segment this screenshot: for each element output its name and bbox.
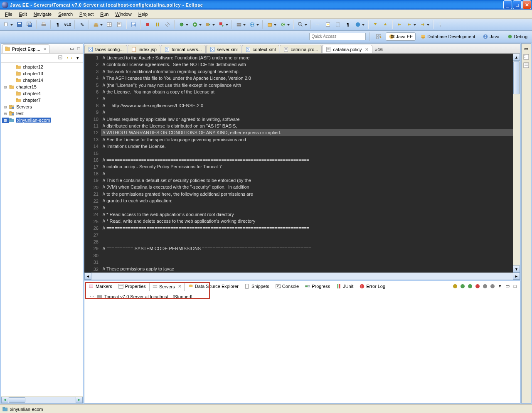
- menu-window[interactable]: Window: [112, 11, 135, 17]
- print-button[interactable]: [39, 20, 48, 29]
- quick-access-input[interactable]: [309, 33, 366, 40]
- perspective-java[interactable]: JJava: [480, 32, 502, 41]
- table-button[interactable]: [105, 20, 114, 29]
- bottom-tab-snippets[interactable]: Snippets: [242, 282, 272, 290]
- editor-tab-tomcat-users-[interactable]: Xtomcat-users...: [161, 45, 206, 54]
- search-button[interactable]: [296, 20, 305, 29]
- prev-annotation-button[interactable]: [381, 20, 390, 29]
- bottom-tab-servers[interactable]: Servers✕: [149, 282, 185, 291]
- collapse-all-button[interactable]: [58, 55, 64, 61]
- tree-item-xinyunlian-ecom[interactable]: ⊞xinyunlian-ecom: [2, 117, 82, 123]
- editor-tab-faces-config-[interactable]: Xfaces-config...: [84, 45, 127, 54]
- menu-edit[interactable]: Edit: [16, 11, 30, 17]
- project-tree[interactable]: chapter12chapter13chapter14⊞chapter15cha…: [1, 63, 83, 396]
- project-explorer-tab[interactable]: Project Expl... ✕: [2, 44, 49, 53]
- tree-item-chapter13[interactable]: chapter13: [2, 70, 82, 77]
- new-package-button[interactable]: [265, 20, 274, 29]
- bottom-tab-properties[interactable]: Properties: [116, 282, 148, 290]
- bottom-tab-error-log[interactable]: !Error Log: [357, 282, 388, 290]
- bottom-tab-console[interactable]: >_Console: [273, 282, 301, 290]
- next-annotation-button[interactable]: [371, 20, 380, 29]
- server-entry[interactable]: ⋯ Tomcat v7.0 Server at localhost [Stopp…: [88, 293, 517, 300]
- last-edit-button[interactable]: [395, 20, 404, 29]
- save-button[interactable]: [15, 20, 24, 29]
- vertical-scrollbar[interactable]: ▲ ▼: [513, 54, 520, 273]
- tasklist-icon[interactable]: [523, 62, 530, 69]
- server-stop-icon[interactable]: [474, 283, 481, 290]
- whitespace-button[interactable]: ¶: [53, 20, 62, 29]
- skip-button[interactable]: [163, 20, 172, 29]
- menu-search[interactable]: Search: [55, 11, 76, 17]
- close-button[interactable]: ✕: [522, 0, 531, 9]
- editor-tab-context-xml[interactable]: Xcontext.xml: [242, 45, 280, 54]
- link-editor-button[interactable]: [66, 55, 73, 61]
- outline-icon[interactable]: [523, 54, 530, 60]
- run-button[interactable]: [190, 20, 200, 29]
- perspective-java-ee[interactable]: EEJava EE: [386, 32, 416, 41]
- tree-item-chapter7[interactable]: chapter7: [2, 97, 82, 103]
- bottom-tab-progress[interactable]: Progress: [302, 282, 332, 290]
- minimize-icon[interactable]: ▭: [504, 283, 511, 290]
- server-clean-icon[interactable]: [489, 283, 496, 290]
- editor-tab-overflow[interactable]: »16: [373, 46, 385, 53]
- perspective-debug[interactable]: Debug: [504, 32, 530, 41]
- wand-button[interactable]: ✎: [77, 20, 86, 29]
- server-publish-icon[interactable]: [482, 283, 488, 290]
- editor-body[interactable]: 1234567891011121314151617181920212223242…: [84, 54, 520, 273]
- maximize-view-button[interactable]: □: [75, 45, 82, 52]
- menu-run[interactable]: Run: [97, 11, 112, 17]
- minimize-view-button[interactable]: ▭: [69, 45, 75, 52]
- menu-navigate[interactable]: Navigate: [30, 11, 55, 17]
- editor-tab-catalina-pro-[interactable]: catalina.pro...: [280, 45, 322, 54]
- close-icon[interactable]: ✕: [43, 47, 47, 52]
- horizontal-scrollbar[interactable]: ◄ ►: [1, 396, 83, 403]
- tree-item-chapter12[interactable]: chapter12: [2, 64, 82, 70]
- maximize-button[interactable]: □: [513, 0, 522, 9]
- tree-item-chapter14[interactable]: chapter14: [2, 77, 82, 84]
- save-all-button[interactable]: [25, 20, 34, 29]
- restore-button[interactable]: ▭: [523, 45, 530, 52]
- editor-tab-index-jsp[interactable]: index.jsp: [128, 45, 160, 54]
- server-debug-icon[interactable]: [459, 283, 466, 290]
- external-tools-button[interactable]: [217, 20, 226, 29]
- debug-button[interactable]: [177, 20, 186, 29]
- editor-tab-catalina-policy[interactable]: catalina.policy✕: [322, 45, 372, 54]
- server-run-icon[interactable]: [467, 283, 473, 290]
- xml-button[interactable]: xml: [129, 20, 138, 29]
- tree-item-test[interactable]: ⊞test: [2, 110, 82, 117]
- bottom-tab-junit[interactable]: JUnit: [333, 282, 356, 290]
- block-selection-button[interactable]: [333, 20, 342, 29]
- back-button[interactable]: [405, 20, 414, 29]
- run-last-button[interactable]: [204, 20, 213, 29]
- server-button[interactable]: [234, 20, 244, 29]
- forward-button[interactable]: [418, 20, 427, 29]
- open-perspective-button[interactable]: +: [374, 32, 383, 41]
- code-content[interactable]: // Licensed to the Apache Software Found…: [101, 54, 513, 273]
- mark-occurrences-button[interactable]: [323, 20, 332, 29]
- new-button[interactable]: [2, 20, 11, 29]
- perspective-database-development[interactable]: Database Development: [417, 32, 478, 41]
- globe-button[interactable]: [248, 20, 257, 29]
- binary-button[interactable]: 010: [63, 20, 72, 29]
- tree-item-servers[interactable]: ⊞Servers: [2, 103, 82, 110]
- report-button[interactable]: [115, 20, 124, 29]
- server-profile-icon[interactable]: [452, 283, 458, 290]
- view-menu-button[interactable]: ▾: [74, 55, 81, 61]
- show-whitespace-button[interactable]: ¶: [343, 20, 352, 29]
- menu-file[interactable]: File: [2, 11, 16, 17]
- view-menu-icon[interactable]: ▾: [497, 283, 503, 290]
- maximize-icon[interactable]: □: [512, 283, 518, 290]
- terminate-button[interactable]: [143, 20, 152, 29]
- new-class-button[interactable]: C: [278, 20, 288, 29]
- menu-help[interactable]: Help: [135, 11, 151, 17]
- suspend-button[interactable]: [153, 20, 162, 29]
- tree-item-chapter4[interactable]: chapter4: [2, 90, 82, 97]
- editor-tab-server-xml[interactable]: Xserver.xml: [206, 45, 241, 54]
- toggle-breadcrumb-button[interactable]: [313, 20, 323, 29]
- minimize-button[interactable]: _: [503, 0, 512, 9]
- bottom-tab-markers[interactable]: Markers: [86, 282, 115, 290]
- menu-project[interactable]: Project: [76, 11, 97, 17]
- tree-item-chapter15[interactable]: ⊞chapter15: [2, 84, 82, 90]
- pin-button[interactable]: [436, 20, 445, 29]
- bottom-tab-data-source-explorer[interactable]: Data Source Explorer: [185, 282, 241, 290]
